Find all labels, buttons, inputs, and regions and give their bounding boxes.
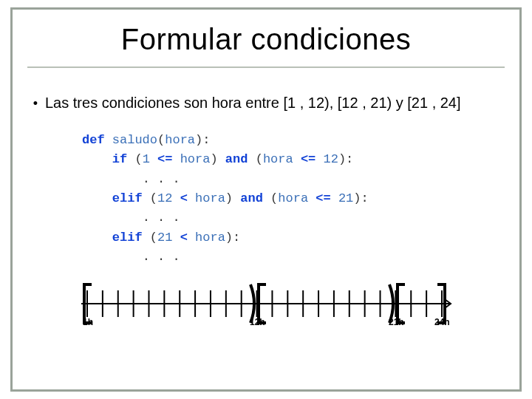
literal-1: 1 <box>143 152 150 166</box>
ellipsis: . . . <box>143 250 180 264</box>
label-24h: 24h <box>434 317 450 327</box>
label-1h: 1h <box>83 317 93 327</box>
param-name: hora <box>165 133 195 147</box>
literal-21: 21 <box>338 191 353 205</box>
var-hora: hora <box>195 231 225 245</box>
bullet-item: • Las tres condiciones son hora entre [1… <box>26 93 506 113</box>
literal-12: 12 <box>157 191 172 205</box>
number-line-diagram: 1h 12h 21h 24h <box>66 280 466 327</box>
number-line-svg <box>66 280 466 327</box>
bullet-dot: • <box>26 93 45 112</box>
op-lte: <= <box>157 152 172 166</box>
op-lt: < <box>180 231 188 245</box>
var-hora: hora <box>195 191 225 205</box>
label-12h: 12h <box>250 317 265 327</box>
keyword-elif: elif <box>112 231 143 245</box>
code-block: def saludo(hora): if (1 <= hora) and (ho… <box>82 131 506 267</box>
keyword-if: if <box>112 152 127 166</box>
title-underline <box>27 66 505 68</box>
literal-12: 12 <box>324 152 338 166</box>
var-hora: hora <box>180 152 211 166</box>
content-area: • Las tres condiciones son hora entre [1… <box>13 72 519 335</box>
keyword-elif: elif <box>112 191 143 205</box>
ellipsis: . . . <box>143 172 180 186</box>
op-lte: <= <box>316 191 330 205</box>
function-name: saludo <box>112 133 157 147</box>
label-21h: 21h <box>389 317 404 327</box>
keyword-and: and <box>225 152 248 166</box>
slide-frame: Formular condiciones • Las tres condicio… <box>10 7 522 392</box>
bullet-text: Las tres condiciones son hora entre [1 ,… <box>45 93 506 113</box>
op-lte: <= <box>301 152 316 166</box>
var-hora: hora <box>278 191 308 205</box>
op-lt: < <box>180 191 188 205</box>
slide-title: Formular condiciones <box>27 23 505 56</box>
title-area: Formular condiciones <box>13 10 519 72</box>
var-hora: hora <box>263 152 293 166</box>
keyword-and: and <box>240 191 263 205</box>
keyword-def: def <box>82 133 105 147</box>
literal-21: 21 <box>157 231 172 245</box>
ellipsis: . . . <box>143 211 180 225</box>
